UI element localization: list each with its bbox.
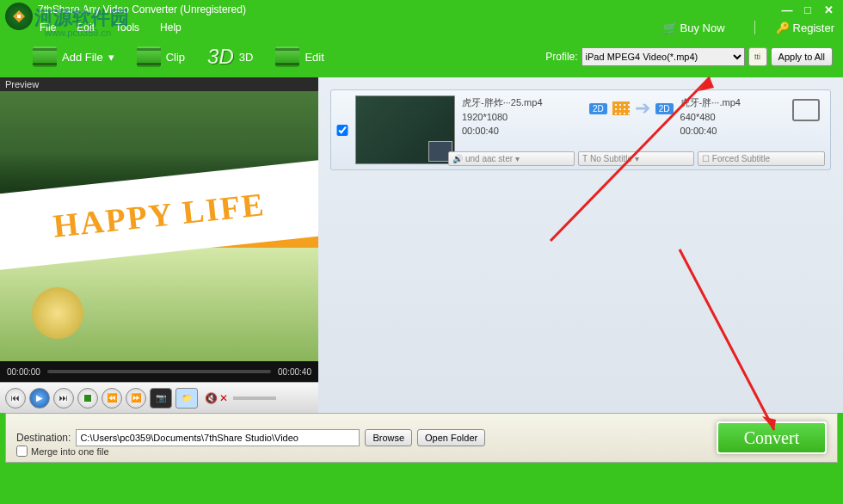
- window-title: 7thShare Any Video Converter (Unregister…: [38, 3, 246, 15]
- edit-button[interactable]: Edit: [275, 46, 323, 67]
- file-checkbox[interactable]: [336, 125, 348, 136]
- open-folder-button[interactable]: Open Folder: [417, 429, 485, 446]
- forced-subtitle-button[interactable]: ☐ Forced Subtitle: [698, 151, 825, 166]
- file-list-panel: 虎牙-胖炸···25.mp4 1920*1080 00:00:40 2D ➔ 2…: [318, 77, 843, 413]
- bottom-bar: Destination: Browse Open Folder Merge in…: [5, 413, 838, 463]
- profile-select[interactable]: iPad MPEG4 Video(*.mp4): [581, 47, 745, 66]
- menu-file[interactable]: File: [40, 22, 56, 34]
- play-button[interactable]: ▶: [29, 388, 50, 409]
- close-button[interactable]: ✕: [819, 3, 838, 16]
- preview-video-frame[interactable]: HAPPY LIFE: [0, 91, 318, 361]
- target-filename: 虎牙-胖···.mp4: [680, 95, 741, 110]
- stop-button[interactable]: [77, 388, 98, 409]
- time-current: 00:00:00: [7, 367, 40, 377]
- destination-label: Destination:: [16, 432, 71, 444]
- settings-tool-button[interactable]: tti: [748, 47, 767, 66]
- divider: [754, 21, 755, 34]
- arrow-icon: ➔: [635, 97, 650, 120]
- apply-to-all-button[interactable]: Apply to All: [771, 47, 833, 66]
- subtitle-button[interactable]: T No Subtitle ▾: [578, 151, 694, 166]
- dropdown-icon: ▾: [108, 51, 114, 64]
- src-2d-badge: 2D: [589, 103, 607, 114]
- dst-2d-badge: 2D: [655, 103, 674, 114]
- buy-now-link[interactable]: 🛒 Buy Now: [663, 22, 725, 34]
- menu-tools[interactable]: Tools: [115, 22, 139, 34]
- volume-control[interactable]: 🔇 ✕: [205, 392, 276, 404]
- audio-track-button[interactable]: 🔊 und aac ster ▾: [448, 151, 575, 166]
- forced-label: Forced Subtitle: [712, 154, 770, 163]
- maximize-button[interactable]: □: [798, 3, 817, 16]
- source-resolution: 1920*1080: [462, 110, 582, 125]
- seek-slider[interactable]: [47, 370, 271, 373]
- menu-bar: File Edit Tools Help 🛒 Buy Now 🔑 Registe…: [0, 19, 843, 36]
- convert-button[interactable]: Convert: [717, 421, 827, 454]
- menu-help[interactable]: Help: [160, 22, 182, 34]
- device-icon: [792, 99, 820, 121]
- menu-edit[interactable]: Edit: [77, 22, 95, 34]
- add-file-button[interactable]: Add File ▾: [33, 46, 114, 67]
- film-edit-icon: [275, 46, 299, 67]
- next-button[interactable]: ⏭: [53, 388, 74, 409]
- add-file-label: Add File: [62, 51, 103, 64]
- minimize-button[interactable]: —: [778, 3, 797, 16]
- prev-button[interactable]: ⏮: [5, 388, 26, 409]
- 3d-button[interactable]: 3D 3D: [207, 45, 253, 69]
- snapshot-folder-button[interactable]: 📁: [175, 388, 198, 409]
- grid-icon: [612, 101, 630, 115]
- source-file-meta: 虎牙-胖炸···25.mp4 1920*1080 00:00:40: [462, 95, 582, 138]
- app-logo-icon: [5, 3, 33, 30]
- target-duration: 00:00:40: [680, 124, 741, 138]
- preview-panel: Preview HAPPY LIFE 00:00:00 00:00:40 ⏮ ▶…: [0, 77, 318, 413]
- film-clip-icon: [137, 46, 161, 67]
- time-total: 00:00:40: [278, 367, 311, 377]
- file-thumbnail: [355, 95, 455, 164]
- browse-button[interactable]: Browse: [365, 429, 412, 446]
- key-icon: 🔑: [776, 22, 790, 34]
- target-resolution: 640*480: [680, 110, 741, 125]
- register-label: Register: [793, 22, 834, 34]
- cart-icon: 🛒: [663, 22, 677, 34]
- snapshot-button[interactable]: 📷: [150, 388, 172, 409]
- clip-button[interactable]: Clip: [137, 46, 185, 67]
- audio-label: und aac ster: [465, 154, 513, 163]
- clip-label: Clip: [166, 51, 185, 64]
- target-file-meta: 虎牙-胖···.mp4 640*480 00:00:40: [680, 95, 741, 138]
- step-back-button[interactable]: ⏪: [102, 388, 122, 409]
- toolbar: Add File ▾ Clip 3D 3D Edit Profile: iPad…: [0, 36, 843, 77]
- time-bar: 00:00:00 00:00:40: [0, 361, 318, 382]
- source-duration: 00:00:40: [462, 124, 582, 138]
- merge-label: Merge into one file: [31, 446, 109, 457]
- player-controls: ⏮ ▶ ⏭ ⏪ ⏩ 📷 📁 🔇 ✕: [0, 382, 318, 413]
- destination-input[interactable]: [76, 429, 360, 446]
- conversion-flow: 2D ➔ 2D: [589, 97, 674, 120]
- 3d-icon: 3D: [207, 45, 234, 69]
- film-reel-icon: [33, 46, 57, 67]
- svg-rect-0: [17, 15, 21, 18]
- edit-label: Edit: [305, 51, 323, 64]
- step-fwd-button[interactable]: ⏩: [126, 388, 146, 409]
- merge-checkbox[interactable]: [16, 446, 28, 457]
- subtitle-label: No Subtitle: [590, 154, 632, 163]
- file-list-item[interactable]: 虎牙-胖炸···25.mp4 1920*1080 00:00:40 2D ➔ 2…: [330, 89, 831, 170]
- preview-header: Preview: [0, 77, 318, 91]
- title-bar: 7thShare Any Video Converter (Unregister…: [0, 0, 843, 19]
- main-area: Preview HAPPY LIFE 00:00:00 00:00:40 ⏮ ▶…: [0, 77, 843, 413]
- source-filename: 虎牙-胖炸···25.mp4: [462, 95, 582, 110]
- profile-label: Profile:: [545, 51, 577, 63]
- 3d-label: 3D: [239, 51, 254, 64]
- buy-now-label: Buy Now: [680, 22, 725, 34]
- register-link[interactable]: 🔑 Register: [776, 22, 834, 34]
